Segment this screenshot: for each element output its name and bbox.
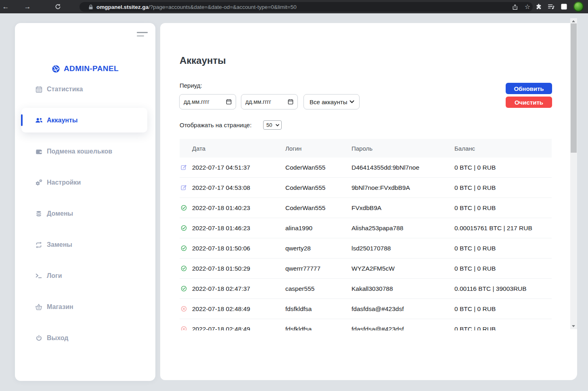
cell-password: lsd250170788 xyxy=(352,245,454,252)
scroll-down-arrow-icon[interactable] xyxy=(572,325,575,327)
column-header: Пароль xyxy=(352,145,454,152)
check-circle-icon xyxy=(180,265,192,271)
date-to-input[interactable] xyxy=(241,94,298,109)
date-to-field[interactable] xyxy=(245,99,288,105)
table-row: 2022-07-18 01:50:06qwerty28lsd2501707880… xyxy=(180,238,552,259)
power-icon xyxy=(34,334,43,343)
page-scrollbar[interactable] xyxy=(570,18,577,329)
sidebar-item-label: Логи xyxy=(47,272,62,280)
cell-balance: 0 BTC | 0 RUB xyxy=(454,265,552,272)
cell-password: fdasfdsa@#423dsf xyxy=(352,326,454,331)
page-title: Аккаунты xyxy=(180,55,226,66)
back-icon[interactable]: ← xyxy=(0,0,11,13)
date-from-field[interactable] xyxy=(184,99,226,105)
refresh-button[interactable]: Обновить xyxy=(506,83,552,94)
sidebar-item-label: Выход xyxy=(47,334,68,342)
edit-icon[interactable] xyxy=(180,164,192,170)
sidebar-item-calendar[interactable]: Статистика xyxy=(34,80,147,98)
sidebar-item-gears[interactable]: Настройки xyxy=(34,174,147,191)
cell-password: fdasfdsa@#423dsf xyxy=(352,305,454,313)
sidebar-item-terminal[interactable]: Логи xyxy=(34,267,147,285)
cell-balance: 0.00116 BTC | 39003RUB xyxy=(454,285,552,292)
cell-login: fdsfkldfsa xyxy=(285,326,352,331)
users-icon xyxy=(34,116,43,125)
scroll-up-arrow-icon[interactable] xyxy=(572,20,575,22)
gears-icon xyxy=(34,178,43,187)
clear-button[interactable]: Очистить xyxy=(506,97,552,108)
cell-password: WYZA2FM5cW xyxy=(352,265,454,272)
date-from-input[interactable] xyxy=(179,94,236,109)
calendar-icon xyxy=(34,85,43,94)
table-row: 2022-07-17 04:51:37CoderWan555D46414355d… xyxy=(180,158,552,178)
per-page-value: 50 xyxy=(266,122,272,128)
main-panel: Аккаунты Периуд: Все аккаунты Обновить О… xyxy=(160,23,577,380)
per-page-label: Отображать на странице: xyxy=(180,122,251,128)
cell-date: 2022-07-18 02:47:37 xyxy=(192,285,285,292)
reload-icon[interactable] xyxy=(52,0,63,13)
side-panel-icon[interactable] xyxy=(559,0,569,13)
url-bar[interactable]: omgpanel.stsitez.ga/?page=accounts&date=… xyxy=(80,2,533,12)
brand-name: ADMIN-PANEL xyxy=(64,64,119,73)
sidebar-item-label: Магазин xyxy=(47,303,73,311)
check-circle-icon xyxy=(180,205,192,211)
chevron-down-icon xyxy=(349,100,354,103)
edit-icon[interactable] xyxy=(180,185,192,191)
calendar-picker-icon[interactable] xyxy=(288,99,293,105)
sidebar-item-label: Аккаунты xyxy=(47,117,78,124)
url-path: /?page=accounts&date=&date-od=&account-t… xyxy=(149,4,297,10)
column-header: Дата xyxy=(192,145,285,152)
share-icon[interactable] xyxy=(513,4,519,10)
sidebar-item-repeat[interactable]: Замены xyxy=(34,236,147,254)
table-row: 2022-07-18 01:40:23CoderWan555FVxdbB9A0 … xyxy=(180,198,552,218)
table-row: 2022-07-18 01:46:23alina1990Alisha253pap… xyxy=(180,218,552,238)
table-row: 2022-07-18 02:48:49fdsfkldfsafdasfdsa@#4… xyxy=(180,319,552,330)
wallet-icon xyxy=(34,147,43,156)
check-circle-icon xyxy=(180,286,192,292)
brand-logo-icon xyxy=(52,65,60,73)
brand: ADMIN-PANEL xyxy=(15,64,155,73)
chevron-down-icon xyxy=(276,124,279,126)
forward-icon[interactable]: → xyxy=(22,0,33,13)
cell-date: 2022-07-18 01:46:23 xyxy=(192,225,285,232)
header-spacer xyxy=(180,139,192,158)
account-type-value: Все аккаунты xyxy=(310,99,347,105)
cell-password: Alisha253papa788 xyxy=(352,225,454,232)
profile-avatar[interactable] xyxy=(573,2,584,12)
bookmark-star-icon[interactable]: ☆ xyxy=(525,4,530,10)
sidebar-item-label: Домены xyxy=(47,210,73,217)
scrollbar-thumb[interactable] xyxy=(571,23,577,153)
account-type-select[interactable]: Все аккаунты xyxy=(303,94,360,109)
sidebar-item-basket[interactable]: Магазин xyxy=(34,298,147,316)
table-header-row: ДатаЛогинПарольБаланс xyxy=(180,139,552,158)
cell-login: CoderWan555 xyxy=(285,204,352,212)
cell-login: CoderWan555 xyxy=(285,184,352,191)
basket-icon xyxy=(34,303,43,311)
check-circle-icon xyxy=(180,225,192,231)
cell-login: CoderWan555 xyxy=(285,164,352,171)
sidebar-item-users[interactable]: Аккаунты xyxy=(21,108,147,132)
sidebar-item-wallet[interactable]: Подмена кошельков xyxy=(34,143,147,160)
cell-date: 2022-07-18 01:50:29 xyxy=(192,265,285,272)
column-header: Логин xyxy=(285,145,352,152)
playlist-icon[interactable] xyxy=(546,0,556,13)
cell-password: D46414355dd:9bNl7noe xyxy=(352,164,454,171)
cell-login: qwerrr77777 xyxy=(285,265,352,272)
terminal-icon xyxy=(34,271,43,280)
cell-login: casper555 xyxy=(285,285,352,292)
extensions-puzzle-icon[interactable] xyxy=(534,0,544,13)
table-row: 2022-07-17 04:53:08CoderWan5559bNl7noe:F… xyxy=(180,178,552,198)
sidebar-item-database[interactable]: Домены xyxy=(34,205,147,223)
browser-toolbar: ← → omgpanel.stsitez.ga/?page=accounts&d… xyxy=(0,0,588,13)
active-indicator xyxy=(21,114,23,126)
period-label: Периуд: xyxy=(180,82,202,89)
sidebar: ADMIN-PANEL СтатистикаАккаунтыПодмена ко… xyxy=(15,23,155,381)
sidebar-toggle-icon[interactable] xyxy=(137,32,148,36)
cell-balance: 0 BTC | 0 RUB xyxy=(454,164,552,171)
sidebar-item-power[interactable]: Выход xyxy=(34,329,147,347)
table-row: 2022-07-18 02:47:37casper555Kakall303078… xyxy=(180,279,552,299)
calendar-picker-icon[interactable] xyxy=(226,99,232,105)
database-icon xyxy=(34,209,43,218)
per-page-select[interactable]: 50 xyxy=(263,120,282,130)
accounts-table: ДатаЛогинПарольБаланс 2022-07-17 04:51:3… xyxy=(180,139,552,330)
cell-date: 2022-07-17 04:51:37 xyxy=(192,164,285,171)
